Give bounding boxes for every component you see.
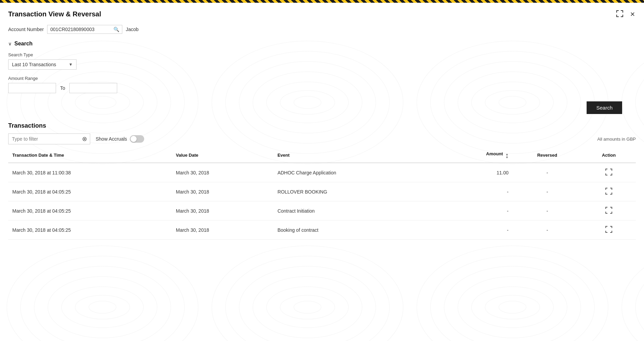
cell-value-date: March 30, 2018 [172, 182, 273, 201]
toggle-knob [131, 136, 137, 142]
cell-value-date: March 30, 2018 [172, 221, 273, 240]
account-row: Account Number 🔍 Jacob [8, 25, 636, 34]
expand-icon [605, 188, 612, 195]
window-controls: ✕ [616, 10, 636, 19]
cell-action[interactable] [582, 221, 636, 240]
search-type-dropdown[interactable]: Last 10 Transactions ▼ [8, 59, 77, 70]
table-row: March 30, 2018 at 11:00:38 March 30, 201… [8, 163, 636, 182]
cell-amount: - [438, 182, 513, 201]
amount-range-row: To [8, 83, 636, 93]
search-collapse-icon[interactable]: ∨ [8, 41, 12, 46]
expand-row-button[interactable] [605, 187, 613, 196]
cell-amount: 11.00 [438, 163, 513, 182]
toolbar-left: ⊗ Show Accruals [8, 133, 144, 144]
cell-date-time: March 30, 2018 at 04:05:25 [8, 221, 172, 240]
col-header-reversed: Reversed [513, 148, 582, 163]
filter-input[interactable] [9, 134, 79, 144]
search-section-header: ∨ Search [8, 41, 636, 47]
expand-icon [605, 169, 612, 175]
filter-field-wrapper[interactable]: ⊗ [8, 133, 90, 144]
cell-event: ROLLOVER BOOKING [273, 182, 438, 201]
transactions-tbody: March 30, 2018 at 11:00:38 March 30, 201… [8, 163, 636, 240]
table-row: March 30, 2018 at 04:05:25 March 30, 201… [8, 221, 636, 240]
account-owner-name: Jacob [126, 27, 138, 32]
cell-action[interactable] [582, 163, 636, 182]
amount-to-separator: To [60, 85, 65, 91]
col-header-value-date: Value Date [172, 148, 273, 163]
window-title: Transaction View & Reversal [8, 10, 101, 18]
cell-action[interactable] [582, 182, 636, 201]
amounts-currency-label: All amounts in GBP [597, 137, 636, 142]
table-header-row: Transaction Date & Time Value Date Event… [8, 148, 636, 163]
show-accruals-toggle[interactable] [130, 135, 144, 143]
cell-value-date: March 30, 2018 [172, 201, 273, 221]
show-accruals-wrapper: Show Accruals [96, 135, 144, 143]
amount-to-input[interactable] [69, 83, 117, 93]
cell-date-time: March 30, 2018 at 04:05:25 [8, 201, 172, 221]
search-type-value: Last 10 Transactions [12, 62, 69, 67]
close-circle-icon: ⊗ [82, 136, 87, 142]
col-header-amount[interactable]: Amount ▲ ▼ [438, 148, 513, 163]
transactions-table: Transaction Date & Time Value Date Event… [8, 148, 636, 240]
account-number-label: Account Number [8, 27, 44, 32]
col-header-event: Event [273, 148, 438, 163]
title-bar: Transaction View & Reversal ✕ [8, 10, 636, 19]
expand-icon [605, 207, 612, 214]
cell-event: Booking of contract [273, 221, 438, 240]
chevron-down-icon: ▼ [69, 62, 73, 67]
expand-window-button[interactable] [616, 10, 624, 19]
main-window: Transaction View & Reversal ✕ Account Nu… [0, 0, 644, 341]
cell-action[interactable] [582, 201, 636, 221]
filter-clear-button[interactable]: ⊗ [79, 136, 90, 142]
search-section-title: Search [14, 41, 32, 47]
cell-event: Contract Initiation [273, 201, 438, 221]
search-type-row: Search Type Last 10 Transactions ▼ [8, 52, 636, 70]
col-header-action: Action [582, 148, 636, 163]
cell-date-time: March 30, 2018 at 11:00:38 [8, 163, 172, 182]
amount-from-input[interactable] [8, 83, 56, 93]
search-type-label: Search Type [8, 52, 636, 57]
transactions-toolbar: ⊗ Show Accruals All amounts in GBP [8, 133, 636, 144]
cell-reversed: - [513, 201, 582, 221]
transactions-section-title: Transactions [8, 122, 636, 129]
account-number-field-wrapper[interactable]: 🔍 [47, 25, 122, 34]
cell-reversed: - [513, 221, 582, 240]
col-header-date-time: Transaction Date & Time [8, 148, 172, 163]
cell-amount: - [438, 221, 513, 240]
cell-value-date: March 30, 2018 [172, 163, 273, 182]
amount-sort-icon: ▲ ▼ [506, 153, 509, 159]
cell-amount: - [438, 201, 513, 221]
search-button-row: Search [8, 101, 636, 114]
expand-row-button[interactable] [605, 168, 613, 177]
close-window-button[interactable]: ✕ [629, 11, 636, 18]
cell-reversed: - [513, 182, 582, 201]
amount-col-label: Amount [486, 151, 503, 156]
expand-icon [605, 226, 612, 233]
table-row: March 30, 2018 at 04:05:25 March 30, 201… [8, 182, 636, 201]
expand-row-button[interactable] [605, 206, 613, 215]
table-row: March 30, 2018 at 04:05:25 March 30, 201… [8, 201, 636, 221]
show-accruals-label: Show Accruals [96, 136, 127, 142]
cell-reversed: - [513, 163, 582, 182]
account-search-icon[interactable]: 🔍 [113, 27, 119, 32]
account-number-input[interactable] [50, 27, 113, 32]
close-icon: ✕ [630, 11, 635, 18]
cell-event: ADHOC Charge Application [273, 163, 438, 182]
header-stripe [0, 0, 644, 3]
expand-row-button[interactable] [605, 225, 613, 235]
cell-date-time: March 30, 2018 at 04:05:25 [8, 182, 172, 201]
table-header: Transaction Date & Time Value Date Event… [8, 148, 636, 163]
amount-range-label: Amount Range [8, 76, 636, 81]
search-button[interactable]: Search [587, 101, 622, 114]
